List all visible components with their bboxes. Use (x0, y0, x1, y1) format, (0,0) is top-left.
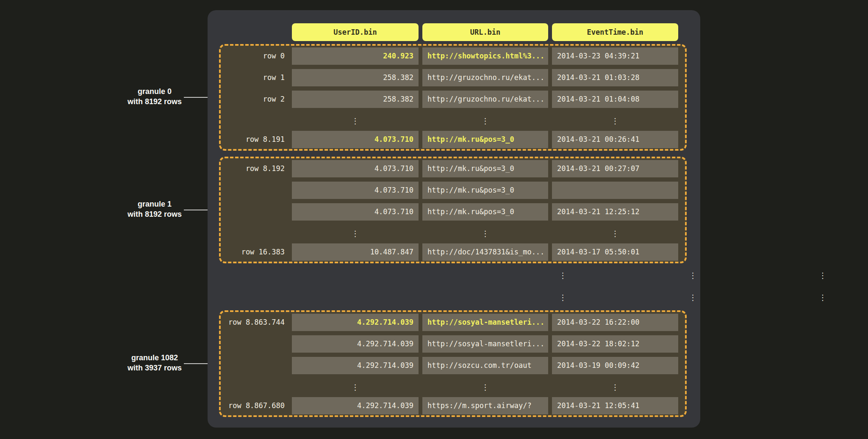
vertical-ellipsis: ⋮ (292, 112, 419, 130)
table-row-ellipsis: ⋮⋮⋮ (221, 378, 685, 396)
vertical-ellipsis: ⋮ (760, 289, 868, 306)
row-number-label: row 2 (221, 91, 285, 108)
eventtime-cell: 2014-03-22 16:22:00 (552, 314, 678, 331)
url-cell: http://gruzochno.ru/ekat... (422, 91, 548, 108)
granule-label: granule 1with 8192 rows (102, 199, 208, 219)
column-header-eventtime: EventTime.bin (552, 23, 678, 41)
vertical-ellipsis: ⋮ (552, 225, 678, 242)
granule-label: granule 1082with 3937 rows (102, 353, 208, 373)
vertical-ellipsis: ⋮ (292, 225, 419, 242)
row-number-label: row 0 (221, 47, 285, 65)
table-row: 4.292.714.039http://sosyal-mansetleri...… (221, 335, 685, 353)
granule-label-line1: granule 1082 (102, 353, 208, 363)
eventtime-cell: 2014-03-22 18:02:12 (552, 335, 678, 353)
table-row: row 8.863.7444.292.714.039http://sosyal-… (221, 314, 685, 331)
table-row: 4.073.710http://mk.ru&pos=3_0 (221, 182, 685, 199)
userid-cell: 258.382 (292, 91, 419, 108)
row-number-label: row 8.192 (221, 160, 285, 177)
row-number-label (221, 182, 285, 199)
vertical-ellipsis: ⋮ (422, 112, 548, 130)
table-row: row 16.38310.487.847http://doc/1437831&i… (221, 243, 685, 261)
url-cell: http://mk.ru&pos=3_0 (422, 203, 548, 221)
granule-box-0: row 0240.923http://showtopics.html%3...2… (219, 44, 687, 151)
url-cell: http://showtopics.html%3... (422, 47, 548, 65)
userid-cell: 258.382 (292, 69, 419, 86)
vertical-ellipsis: ⋮ (422, 225, 548, 242)
table-row: row 2258.382http://gruzochno.ru/ekat...2… (221, 91, 685, 108)
userid-cell: 4.292.714.039 (292, 314, 419, 331)
between-granules-ellipsis-row: ⋮⋮⋮ (428, 289, 868, 306)
vertical-ellipsis: ⋮ (630, 267, 756, 284)
row-number-label: row 16.383 (221, 243, 285, 261)
granule-label-line1: granule 0 (102, 86, 208, 97)
table-row: row 8.1914.073.710http://mk.ru&pos=3_020… (221, 131, 685, 148)
eventtime-cell: 2014-03-21 12:05:41 (552, 397, 678, 414)
table-row: row 0240.923http://showtopics.html%3...2… (221, 47, 685, 65)
userid-cell: 10.487.847 (292, 243, 419, 261)
vertical-ellipsis: ⋮ (760, 267, 868, 284)
table-row-ellipsis: ⋮⋮⋮ (221, 225, 685, 242)
url-cell: http://mk.ru&pos=3_0 (422, 160, 548, 177)
table-row: row 8.1924.073.710http://mk.ru&pos=3_020… (221, 160, 685, 177)
table-row: row 8.867.6804.292.714.039https://m.spor… (221, 397, 685, 414)
userid-cell: 4.292.714.039 (292, 357, 419, 374)
granule-label-line2: with 3937 rows (102, 363, 208, 373)
row-number-label: row 8.867.680 (221, 397, 285, 414)
eventtime-cell: 2014-03-19 00:09:42 (552, 357, 678, 374)
row-number-label: row 1 (221, 69, 285, 86)
granule-label-line1: granule 1 (102, 199, 208, 209)
granule-label-line2: with 8192 rows (102, 97, 208, 107)
column-header-userid: UserID.bin (292, 23, 419, 41)
eventtime-cell: 2014-03-17 05:50:01 (552, 243, 678, 261)
url-cell: http://mk.ru&pos=3_0 (422, 182, 548, 199)
url-cell: http://gruzochno.ru/ekat... (422, 69, 548, 86)
eventtime-cell: 2014-03-21 12:25:12 (552, 203, 678, 221)
url-cell: http://sosyal-mansetleri... (422, 314, 548, 331)
eventtime-cell (552, 182, 678, 199)
row-number-label: row 8.863.744 (221, 314, 285, 331)
userid-cell: 4.073.710 (292, 203, 419, 221)
table-row: 4.292.714.039http://sozcu.com.tr/oaut201… (221, 357, 685, 374)
eventtime-cell: 2014-03-21 00:26:41 (552, 131, 678, 148)
userid-cell: 4.073.710 (292, 182, 419, 199)
granule-box-1: row 8.1924.073.710http://mk.ru&pos=3_020… (219, 157, 687, 263)
url-cell: http://sozcu.com.tr/oaut (422, 357, 548, 374)
vertical-ellipsis: ⋮ (422, 378, 548, 396)
table-row: 4.073.710http://mk.ru&pos=3_02014-03-21 … (221, 203, 685, 221)
between-granules-ellipsis-row: ⋮⋮⋮ (428, 267, 868, 284)
granule-label-line2: with 8192 rows (102, 209, 208, 219)
table-row: row 1258.382http://gruzochno.ru/ekat...2… (221, 69, 685, 86)
url-cell: http://doc/1437831&is_mo... (422, 243, 548, 261)
userid-cell: 4.292.714.039 (292, 397, 419, 414)
url-cell: http://mk.ru&pos=3_0 (422, 131, 548, 148)
diagram-canvas: granule 0with 8192 rowsgranule 1with 819… (0, 0, 868, 439)
vertical-ellipsis: ⋮ (292, 378, 419, 396)
vertical-ellipsis: ⋮ (630, 289, 756, 306)
granule-box-2: row 8.863.7444.292.714.039http://sosyal-… (219, 310, 687, 417)
userid-cell: 4.073.710 (292, 131, 419, 148)
row-number-label (221, 357, 285, 374)
column-header-url: URL.bin (422, 23, 548, 41)
vertical-ellipsis: ⋮ (499, 289, 626, 306)
userid-cell: 240.923 (292, 47, 419, 65)
granule-label: granule 0with 8192 rows (102, 86, 208, 107)
row-number-label (221, 203, 285, 221)
userid-cell: 4.292.714.039 (292, 335, 419, 353)
row-number-label: row 8.191 (221, 131, 285, 148)
eventtime-cell: 2014-03-21 01:04:08 (552, 91, 678, 108)
eventtime-cell: 2014-03-23 04:39:21 (552, 47, 678, 65)
eventtime-cell: 2014-03-21 01:03:28 (552, 69, 678, 86)
vertical-ellipsis: ⋮ (552, 112, 678, 130)
url-cell: https://m.sport.airway/? (422, 397, 548, 414)
row-number-label (221, 335, 285, 353)
url-cell: http://sosyal-mansetleri... (422, 335, 548, 353)
column-files-panel: UserID.bin URL.bin EventTime.bin row 024… (208, 10, 700, 428)
vertical-ellipsis: ⋮ (499, 267, 626, 284)
vertical-ellipsis: ⋮ (552, 378, 678, 396)
userid-cell: 4.073.710 (292, 160, 419, 177)
table-row-ellipsis: ⋮⋮⋮ (221, 112, 685, 130)
eventtime-cell: 2014-03-21 00:27:07 (552, 160, 678, 177)
